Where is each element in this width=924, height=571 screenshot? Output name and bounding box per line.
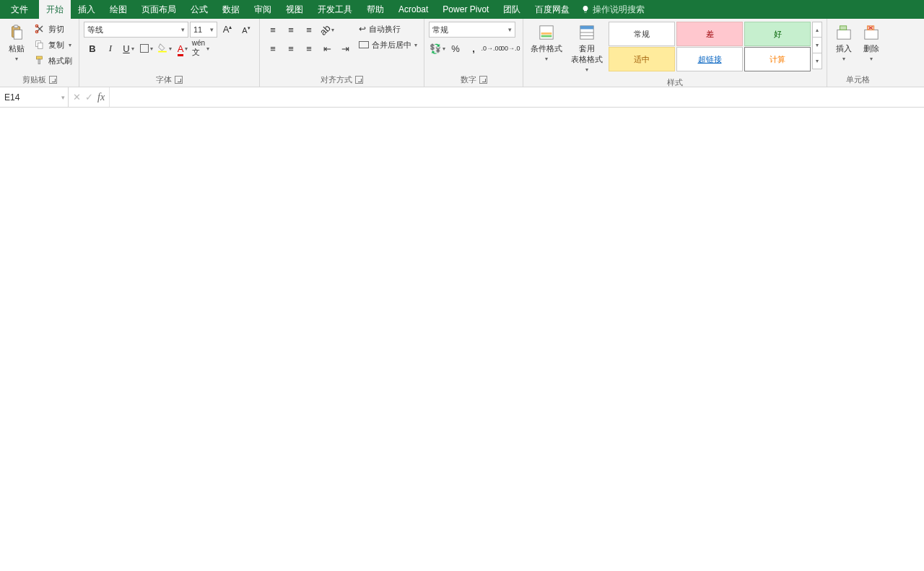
tab-数据[interactable]: 数据 <box>215 0 247 19</box>
cancel-formula-icon[interactable]: ✕ <box>73 92 81 103</box>
number-group: 常规 💱 % , .0→.00 .00→.0 数字 <box>424 19 523 87</box>
font-size-select[interactable]: 11 <box>190 22 217 38</box>
tab-绘图[interactable]: 绘图 <box>103 0 134 19</box>
tab-Power Pivot[interactable]: Power Pivot <box>435 0 496 19</box>
styles-group: 条件格式▾ 套用 表格格式▾ 常规 适中 差 超链接 好 计算 <box>523 19 827 87</box>
tab-Acrobat[interactable]: Acrobat <box>391 0 435 19</box>
style-calc[interactable]: 计算 <box>744 47 811 71</box>
cut-button[interactable]: 剪切 <box>32 22 74 36</box>
tab-视图[interactable]: 视图 <box>279 0 310 19</box>
svg-rect-11 <box>541 32 552 35</box>
paste-button[interactable]: 粘贴 ▾ <box>4 22 29 64</box>
svg-rect-14 <box>580 26 593 30</box>
underline-button[interactable]: U <box>120 40 137 56</box>
tab-百度网盘[interactable]: 百度网盘 <box>528 0 577 19</box>
alignment-dialog-launcher[interactable] <box>355 76 363 84</box>
decrease-indent-button[interactable]: ⇤ <box>318 40 336 56</box>
comma-button[interactable]: , <box>465 40 482 56</box>
format-as-table-button[interactable]: 套用 表格格式▾ <box>568 22 606 74</box>
svg-rect-2 <box>14 30 22 39</box>
tab-帮助[interactable]: 帮助 <box>359 0 391 19</box>
tell-me-search[interactable]: 操作说明搜索 <box>577 0 649 19</box>
phonetic-button[interactable]: wén文 <box>192 40 209 56</box>
style-normal[interactable]: 常规 <box>609 22 675 46</box>
format-table-icon <box>578 23 596 42</box>
delete-cells-button[interactable]: 删除▾ <box>859 22 884 64</box>
increase-indent-button[interactable]: ⇥ <box>336 40 354 56</box>
tab-审阅[interactable]: 审阅 <box>247 0 279 19</box>
orientation-icon: ab <box>318 22 333 38</box>
delete-cells-label: 删除 <box>863 43 879 54</box>
number-format-select[interactable]: 常规 <box>429 22 515 38</box>
align-left-button[interactable]: ≡ <box>264 40 282 56</box>
format-painter-button[interactable]: 格式刷 <box>32 53 74 68</box>
phonetic-icon: wén文 <box>192 39 205 58</box>
tab-插入[interactable]: 插入 <box>71 0 103 19</box>
menu-tab-strip: 文件开始插入绘图页面布局公式数据审阅视图开发工具帮助AcrobatPower P… <box>0 0 924 19</box>
merge-center-button[interactable]: 合并后居中 ▾ <box>357 38 419 52</box>
insert-function-icon[interactable]: fx <box>97 92 105 103</box>
cell-styles-gallery[interactable]: 常规 适中 差 超链接 好 计算 ▴ ▾ ▾ <box>609 22 822 71</box>
formula-bar-input[interactable] <box>110 87 924 107</box>
tab-文件[interactable]: 文件 <box>0 0 39 19</box>
font-color-icon: A <box>178 43 184 54</box>
decrease-font-button[interactable]: A▾ <box>237 22 255 38</box>
copy-button[interactable]: 复制▾ <box>32 38 74 52</box>
insert-cells-button[interactable]: 插入▾ <box>832 22 856 64</box>
orientation-button[interactable]: ab <box>318 22 336 38</box>
gallery-scroll-down[interactable]: ▾ <box>812 38 822 53</box>
clipboard-dialog-launcher[interactable] <box>49 76 57 84</box>
merge-icon <box>359 41 369 48</box>
wrap-text-button[interactable]: ↩ 自动换行 <box>357 22 419 36</box>
style-good[interactable]: 好 <box>744 22 811 46</box>
align-bottom-button[interactable]: ≡ <box>300 22 318 38</box>
gallery-scroll-up[interactable]: ▴ <box>812 22 822 38</box>
number-dialog-launcher[interactable] <box>479 76 487 84</box>
decrease-decimal-icon: .00→.0 <box>499 45 520 52</box>
cells-group: 插入▾ 删除▾ 单元格 <box>827 19 888 87</box>
bold-icon: B <box>89 43 95 54</box>
tab-页面布局[interactable]: 页面布局 <box>134 0 183 19</box>
insert-cells-label: 插入 <box>836 43 852 54</box>
wrap-icon: ↩ <box>359 24 366 34</box>
align-center-button[interactable]: ≡ <box>282 40 300 56</box>
paste-icon <box>7 23 26 42</box>
font-color-button[interactable]: A <box>174 40 191 56</box>
conditional-format-button[interactable]: 条件格式▾ <box>528 22 565 64</box>
name-box[interactable]: E14 <box>0 87 69 107</box>
align-right-button[interactable]: ≡ <box>300 40 318 56</box>
style-link[interactable]: 超链接 <box>676 47 743 71</box>
font-group: 等线 11 A▴ A▾ B I U A wén文 字体 <box>79 19 260 87</box>
gallery-more[interactable]: ▾ <box>812 53 822 69</box>
style-note[interactable]: 适中 <box>609 47 675 71</box>
bold-button[interactable]: B <box>84 40 101 56</box>
currency-icon: 💱 <box>430 43 441 54</box>
border-icon <box>140 44 149 53</box>
formula-bar-row: E14 ✕ ✓ fx <box>0 87 924 108</box>
increase-font-button[interactable]: A▴ <box>219 22 236 38</box>
svg-rect-6 <box>38 43 43 48</box>
paste-label: 粘贴 <box>9 43 25 54</box>
fill-color-button[interactable] <box>156 40 173 56</box>
increase-decimal-button[interactable]: .0→.00 <box>483 40 500 56</box>
percent-button[interactable]: % <box>447 40 464 56</box>
decrease-decimal-button[interactable]: .00→.0 <box>501 40 518 56</box>
currency-button[interactable]: 💱 <box>429 40 446 56</box>
tab-开始[interactable]: 开始 <box>39 0 71 19</box>
align-top-button[interactable]: ≡ <box>264 22 282 38</box>
align-middle-button[interactable]: ≡ <box>282 22 300 38</box>
tab-开发工具[interactable]: 开发工具 <box>310 0 359 19</box>
font-family-select[interactable]: 等线 <box>84 22 188 38</box>
svg-rect-7 <box>36 56 42 59</box>
font-dialog-launcher[interactable] <box>175 76 183 84</box>
border-button[interactable] <box>138 40 155 56</box>
svg-rect-19 <box>865 30 878 39</box>
style-bad[interactable]: 差 <box>676 22 743 46</box>
alignment-group: ≡ ≡ ≡ ab ≡ ≡ ≡ ⇤ ⇥ ↩ 自动换行 <box>260 19 424 87</box>
tab-公式[interactable]: 公式 <box>183 0 215 19</box>
format-painter-label: 格式刷 <box>48 56 72 66</box>
enter-formula-icon[interactable]: ✓ <box>85 92 93 103</box>
underline-icon: U <box>123 43 129 54</box>
tab-团队[interactable]: 团队 <box>496 0 528 19</box>
italic-button[interactable]: I <box>102 40 119 56</box>
